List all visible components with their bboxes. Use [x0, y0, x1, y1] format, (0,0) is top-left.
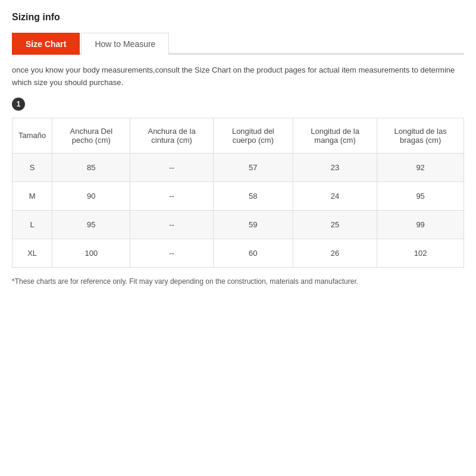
cell-0-5: 92	[377, 153, 464, 181]
cell-1-2: --	[130, 181, 213, 210]
cell-0-1: 85	[52, 153, 130, 181]
col-header-bragas: Longitud de las bragas (cm)	[377, 118, 464, 153]
col-header-tamano: Tamaño	[12, 118, 52, 153]
cell-2-4: 25	[293, 210, 377, 239]
cell-2-1: 95	[52, 210, 130, 239]
cell-3-5: 102	[377, 239, 464, 267]
table-row: S85--572392	[12, 153, 464, 181]
cell-1-1: 90	[52, 181, 130, 210]
cell-2-3: 59	[213, 210, 293, 239]
tab-size-chart[interactable]: Size Chart	[12, 33, 80, 55]
table-row: L95--592599	[12, 210, 464, 239]
cell-1-4: 24	[293, 181, 377, 210]
table-row: M90--582495	[12, 181, 464, 210]
col-header-pecho: Anchura Del pecho (cm)	[52, 118, 130, 153]
table-header-row: Tamaño Anchura Del pecho (cm) Anchura de…	[12, 118, 464, 153]
cell-1-0: M	[12, 181, 52, 210]
description-text: once you know your body measurements,con…	[12, 64, 464, 89]
cell-3-3: 60	[213, 239, 293, 267]
col-header-manga: Longitud de la manga (cm)	[293, 118, 377, 153]
cell-0-4: 23	[293, 153, 377, 181]
cell-1-3: 58	[213, 181, 293, 210]
cell-2-2: --	[130, 210, 213, 239]
size-chart-table: Tamaño Anchura Del pecho (cm) Anchura de…	[12, 118, 464, 268]
cell-1-5: 95	[377, 181, 464, 210]
tab-how-to-measure[interactable]: How to Measure	[81, 33, 169, 55]
cell-0-3: 57	[213, 153, 293, 181]
table-row: XL100--6026102	[12, 239, 464, 267]
cell-0-2: --	[130, 153, 213, 181]
cell-0-0: S	[12, 153, 52, 181]
col-header-cintura: Anchura de la cintura (cm)	[130, 118, 213, 153]
col-header-cuerpo: Longitud del cuerpo (cm)	[213, 118, 293, 153]
cell-2-5: 99	[377, 210, 464, 239]
cell-3-4: 26	[293, 239, 377, 267]
page-title: Sizing info	[12, 12, 464, 23]
cell-3-0: XL	[12, 239, 52, 267]
cell-3-2: --	[130, 239, 213, 267]
tabs-container: Size Chart How to Measure	[12, 31, 464, 55]
footer-note: *These charts are for reference only. Fi…	[12, 276, 464, 287]
step-indicator: 1	[12, 98, 25, 111]
cell-3-1: 100	[52, 239, 130, 267]
cell-2-0: L	[12, 210, 52, 239]
